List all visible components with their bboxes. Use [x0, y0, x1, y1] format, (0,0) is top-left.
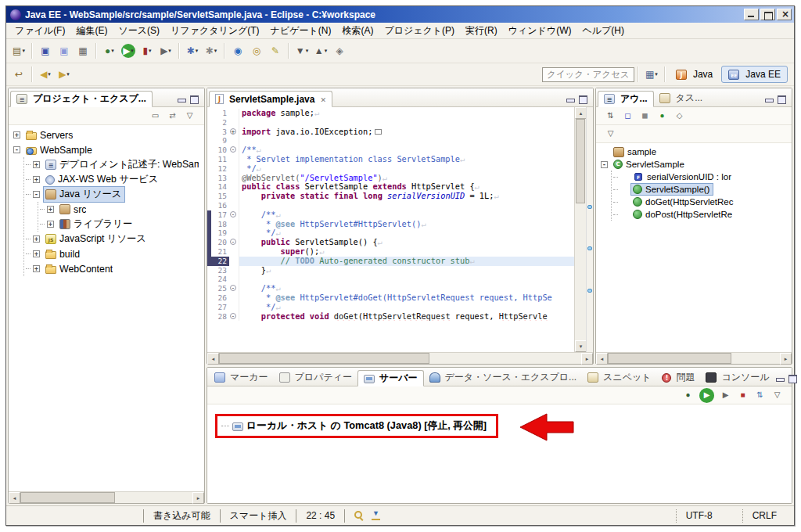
- profile-server-icon[interactable]: ▶: [718, 388, 733, 403]
- menu-item[interactable]: プロジェクト(P): [379, 23, 460, 39]
- fold-marker-icon[interactable]: +: [230, 128, 236, 135]
- menu-item[interactable]: ファイル(F): [9, 23, 70, 39]
- outline-hscrollbar[interactable]: [596, 352, 792, 364]
- run-external-tools-icon[interactable]: ▶▾: [157, 42, 174, 59]
- menu-item[interactable]: ヘルプ(H): [577, 23, 630, 39]
- server-item-tomcat8[interactable]: ローカル・ホスト の Tomcat8 (Java8) [停止, 再公開]: [221, 419, 487, 433]
- tab-consolev[interactable]: コンソール: [700, 369, 774, 386]
- minimize-button[interactable]: [744, 9, 759, 20]
- scroll-up-icon[interactable]: [575, 107, 587, 119]
- tree-expander[interactable]: +: [13, 131, 20, 138]
- tree-expander[interactable]: +: [33, 235, 40, 243]
- view-menu-icon[interactable]: ▽: [182, 109, 197, 124]
- stop-server-icon[interactable]: ■: [735, 388, 750, 403]
- collapse-all-icon[interactable]: ▭: [148, 109, 163, 124]
- link-with-editor-icon[interactable]: ◈: [331, 42, 348, 59]
- view-menu-icon[interactable]: ▽: [770, 388, 785, 403]
- minimize-view-icon[interactable]: [775, 374, 785, 383]
- tree-expander[interactable]: -: [13, 146, 20, 153]
- menu-item[interactable]: ナビゲート(N): [265, 23, 337, 39]
- scroll-left-icon[interactable]: [207, 353, 219, 365]
- tree-item[interactable]: +Servers: [10, 128, 204, 142]
- fold-marker-icon[interactable]: -: [230, 285, 236, 291]
- tree-item[interactable]: doGet(HttpServletRec: [612, 196, 792, 208]
- tree-item[interactable]: -ServletSample: [598, 158, 792, 171]
- tab-dbx[interactable]: データ・ソース・エクスプロ...: [424, 369, 583, 386]
- debug-icon[interactable]: ●▾: [101, 42, 118, 59]
- tree-item[interactable]: +デプロイメント記述子: WebSamp: [24, 157, 204, 172]
- fold-marker-icon[interactable]: -: [230, 146, 236, 153]
- maximize-view-icon[interactable]: [189, 95, 199, 103]
- open-perspective-icon[interactable]: ▦▾: [643, 66, 660, 83]
- scroll-right-icon[interactable]: [780, 353, 792, 365]
- maximize-button[interactable]: [760, 9, 775, 20]
- project-explorer-tree[interactable]: +Servers-WebSample+デプロイメント記述子: WebSamp+J…: [9, 125, 204, 491]
- publish-server-icon[interactable]: ⇅: [753, 388, 767, 403]
- start-server-icon[interactable]: ▶: [699, 388, 714, 403]
- new-icon[interactable]: ▤▾: [10, 42, 27, 59]
- new-servlet-icon[interactable]: ✱▾: [184, 42, 201, 59]
- tree-item[interactable]: -Java リソース: [24, 187, 204, 202]
- save-all-icon[interactable]: ▣: [56, 42, 73, 59]
- tree-item[interactable]: +build: [24, 246, 204, 261]
- tree-expander[interactable]: +: [33, 176, 40, 183]
- tree-expander[interactable]: +: [33, 250, 40, 257]
- link-with-editor-icon[interactable]: ⇄: [165, 109, 180, 124]
- menu-item[interactable]: 実行(R): [460, 23, 503, 39]
- magnifier-icon[interactable]: [354, 511, 364, 520]
- next-annotation-icon[interactable]: [372, 511, 381, 520]
- menu-item[interactable]: 編集(E): [70, 23, 113, 39]
- tree-expander[interactable]: +: [47, 221, 54, 228]
- tab-serversv[interactable]: サーバー: [357, 370, 424, 386]
- minimize-view-icon[interactable]: [764, 95, 774, 103]
- tree-item[interactable]: +JAX-WS Web サービス: [24, 172, 204, 187]
- outline-tree[interactable]: sample-ServletSampleserialVersionUID : l…: [596, 143, 792, 352]
- forward-icon[interactable]: ▶▾: [56, 66, 73, 83]
- tree-item[interactable]: +ライブラリー: [38, 217, 204, 232]
- scroll-right-icon[interactable]: [581, 353, 593, 365]
- new-web-service-icon[interactable]: ✱▾: [203, 42, 220, 59]
- maximize-view-icon[interactable]: [578, 95, 587, 103]
- fold-marker-icon[interactable]: -: [230, 313, 236, 319]
- tree-item[interactable]: +WebContent: [24, 261, 204, 276]
- tree-item[interactable]: +JavaScript リソース: [24, 232, 204, 246]
- quick-access-input[interactable]: [542, 67, 634, 82]
- editor-tab-servletsample[interactable]: ServletSample.java: [209, 91, 332, 107]
- menu-item[interactable]: 検索(A): [336, 23, 379, 39]
- title-bar[interactable]: Java EE - WebSample/src/sample/ServletSa…: [6, 6, 794, 23]
- minimize-view-icon[interactable]: [566, 95, 575, 103]
- overview-ruler[interactable]: [586, 107, 593, 352]
- scroll-left-icon[interactable]: [596, 353, 608, 365]
- open-type-icon[interactable]: ◎: [248, 42, 265, 59]
- tab-marker[interactable]: マーカー: [209, 369, 274, 386]
- close-tab-icon[interactable]: [317, 94, 326, 105]
- scroll-right-icon[interactable]: [192, 492, 204, 504]
- project-explorer-hscrollbar[interactable]: [9, 491, 204, 503]
- hide-fields-icon[interactable]: ◻: [620, 109, 635, 124]
- hide-static-icon[interactable]: ◼: [638, 109, 652, 124]
- tree-expander[interactable]: +: [47, 206, 54, 213]
- code-editor[interactable]: 1package sample;↵23+import java.io.IOExc…: [207, 107, 574, 352]
- last-edit-location-icon[interactable]: ↩: [10, 66, 27, 83]
- editor-hscrollbar[interactable]: [207, 352, 593, 364]
- debug-server-icon[interactable]: ●: [681, 388, 695, 403]
- tab-tasks[interactable]: タス...: [654, 90, 709, 106]
- close-button[interactable]: [777, 9, 792, 20]
- tree-expander[interactable]: +: [33, 265, 40, 272]
- servers-view-content[interactable]: ローカル・ホスト の Tomcat8 (Java8) [停止, 再公開]: [207, 404, 792, 503]
- tree-item[interactable]: doPost(HttpServletRe: [612, 208, 792, 221]
- tab-props[interactable]: プロパティー: [274, 369, 357, 386]
- tree-item[interactable]: sample: [598, 146, 792, 158]
- fold-marker-icon[interactable]: -: [230, 211, 236, 217]
- next-annotation-icon[interactable]: ▼▾: [293, 42, 311, 59]
- perspective-javaee[interactable]: Java EE: [721, 66, 788, 83]
- tree-expander[interactable]: -: [601, 161, 608, 168]
- tab-probl[interactable]: 問題: [656, 369, 700, 386]
- previous-annotation-icon[interactable]: ▲▾: [312, 42, 329, 59]
- tab-snip[interactable]: スニペット: [582, 369, 656, 386]
- tree-item[interactable]: ServletSample(): [612, 183, 792, 196]
- hide-local-types-icon[interactable]: ◇: [672, 109, 687, 124]
- print-icon[interactable]: ▦: [74, 42, 92, 59]
- sort-icon[interactable]: ⇅: [603, 109, 618, 124]
- menu-item[interactable]: ソース(S): [113, 23, 165, 39]
